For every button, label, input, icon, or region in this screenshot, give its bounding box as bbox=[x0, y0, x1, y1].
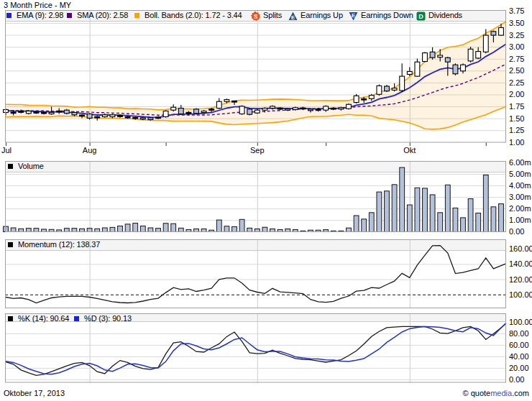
legend-earnings-down: E Earnings Down bbox=[349, 10, 413, 21]
y-axis-label: 1.00 bbox=[509, 139, 532, 147]
volume-bar bbox=[468, 199, 473, 232]
volume-bar bbox=[11, 228, 16, 231]
y-axis-label: 3.00m bbox=[509, 193, 532, 201]
momentum-swatch-icon bbox=[8, 242, 13, 247]
volume-legend: Volume bbox=[5, 161, 506, 172]
volume-bar bbox=[354, 216, 359, 231]
volume-bar bbox=[80, 229, 85, 231]
legend-dividends: D Dividends bbox=[416, 10, 462, 21]
volume-legend-label: Volume bbox=[18, 161, 44, 172]
candle bbox=[26, 110, 31, 114]
price-legend: EMA (9): 2.98 SMA (20): 2.58 Boll. Bands… bbox=[5, 10, 506, 21]
legend-volume: Volume bbox=[8, 161, 44, 172]
x-axis-label-jul: Jul bbox=[1, 147, 12, 155]
y-axis-label: 20.00 bbox=[509, 364, 532, 372]
x-axis-label-sep: Sep bbox=[247, 147, 267, 155]
x-axis-label-aug: Aug bbox=[80, 147, 100, 155]
volume-bar bbox=[148, 228, 153, 231]
volume-bar bbox=[254, 229, 260, 231]
legend-boll: Boll. Bands (2.0): 1.72 - 3.44 bbox=[134, 10, 242, 21]
volume-bar bbox=[171, 223, 176, 231]
earnings-down-icon: E bbox=[349, 11, 357, 20]
volume-bar bbox=[72, 229, 77, 232]
y-axis-label: 160.00 bbox=[509, 245, 532, 253]
y-axis-label: 0.00 bbox=[509, 376, 532, 384]
volume-bar bbox=[461, 218, 466, 232]
ema-legend-label: EMA (9): 2.98 bbox=[17, 10, 63, 21]
y-axis-label: 100.00 bbox=[509, 318, 532, 326]
y-axis-label: 3.75 bbox=[509, 7, 532, 15]
legend-sma: SMA (20): 2.58 bbox=[67, 10, 128, 21]
bollinger-legend-label: Boll. Bands (2.0): 1.72 - 3.44 bbox=[145, 10, 242, 21]
quotemedia-link[interactable]: © quotemedia.com bbox=[462, 389, 529, 397]
legend-stoch-k: %K (14): 90.64 bbox=[8, 313, 69, 324]
dividends-legend-label: Dividends bbox=[428, 10, 462, 21]
y-axis-label: 2.00m bbox=[509, 205, 532, 213]
volume-bar bbox=[224, 226, 229, 232]
volume-bar bbox=[362, 219, 367, 232]
candle bbox=[377, 84, 382, 96]
legend-stoch-d: %D (3): 90.13 bbox=[74, 313, 132, 324]
volume-bar bbox=[178, 228, 183, 231]
bollinger-swatch-icon bbox=[134, 13, 139, 18]
y-axis-label: 60.00 bbox=[509, 341, 532, 349]
stoch-k-swatch-icon bbox=[8, 316, 13, 321]
y-axis-label: 1.50 bbox=[509, 115, 532, 123]
stoch-k-legend-label: %K (14): 90.64 bbox=[18, 313, 69, 324]
volume-bar bbox=[87, 229, 92, 232]
ema-swatch-icon bbox=[6, 13, 12, 18]
volume-bar bbox=[262, 227, 267, 231]
candle bbox=[423, 52, 428, 63]
y-axis-label: 1.25 bbox=[509, 126, 532, 134]
volume-bar bbox=[19, 229, 24, 231]
momentum-legend-label: Momentum (12): 138.37 bbox=[18, 239, 100, 250]
splits-icon: S bbox=[251, 11, 260, 20]
dividends-icon: D bbox=[416, 11, 425, 20]
y-axis-label: 1.00m bbox=[509, 216, 532, 224]
svg-text:E: E bbox=[352, 11, 355, 18]
y-axis-label: 120.00 bbox=[509, 276, 532, 284]
volume-bar bbox=[453, 208, 458, 231]
volume-bar bbox=[118, 226, 123, 231]
y-axis-label: 80.00 bbox=[509, 330, 532, 338]
volume-bar bbox=[285, 229, 290, 231]
candle bbox=[239, 106, 244, 115]
volume-bar bbox=[194, 229, 199, 231]
volume-bar bbox=[156, 229, 161, 232]
brand-quote: quote bbox=[471, 389, 491, 397]
volume-bar bbox=[385, 191, 390, 232]
candle bbox=[247, 109, 252, 116]
y-axis-label: 2.75 bbox=[509, 55, 532, 63]
svg-text:S: S bbox=[254, 12, 258, 19]
footer-date: Oktober 17, 2013 bbox=[4, 389, 65, 397]
volume-bar bbox=[26, 229, 31, 232]
y-axis-label: 3.50 bbox=[509, 19, 532, 27]
sma-legend-label: SMA (20): 2.58 bbox=[77, 10, 128, 21]
y-axis-label: 2.50 bbox=[509, 67, 532, 75]
volume-bar bbox=[102, 228, 107, 231]
y-axis-label: 100.00 bbox=[509, 291, 532, 299]
volume-bar bbox=[438, 213, 443, 232]
stoch-d-swatch-icon bbox=[74, 316, 79, 321]
volume-swatch-icon bbox=[8, 164, 13, 169]
candle bbox=[468, 47, 473, 63]
legend-ema: EMA (9): 2.98 bbox=[6, 10, 63, 21]
volume-bar bbox=[491, 207, 496, 232]
stock-chart-page: 3 Month Price - MY EMA (9): 2.98 SMA (20… bbox=[0, 0, 532, 401]
volume-bar bbox=[216, 220, 221, 231]
volume-bar bbox=[125, 224, 130, 232]
earnings-down-legend-label: Earnings Down bbox=[361, 10, 413, 21]
svg-text:D: D bbox=[418, 13, 423, 20]
candle bbox=[347, 103, 352, 110]
chart-canvas bbox=[0, 0, 532, 401]
volume-bar bbox=[133, 223, 138, 232]
candle bbox=[385, 85, 390, 92]
volume-bar bbox=[423, 188, 428, 232]
y-axis-label: 3.00 bbox=[509, 43, 532, 51]
y-axis-label: 1.75 bbox=[509, 103, 532, 111]
earnings-up-icon: E bbox=[288, 11, 297, 20]
volume-bar bbox=[400, 167, 405, 231]
volume-bar bbox=[270, 229, 275, 231]
volume-bar bbox=[377, 192, 382, 231]
copyright-symbol: © bbox=[462, 389, 470, 397]
